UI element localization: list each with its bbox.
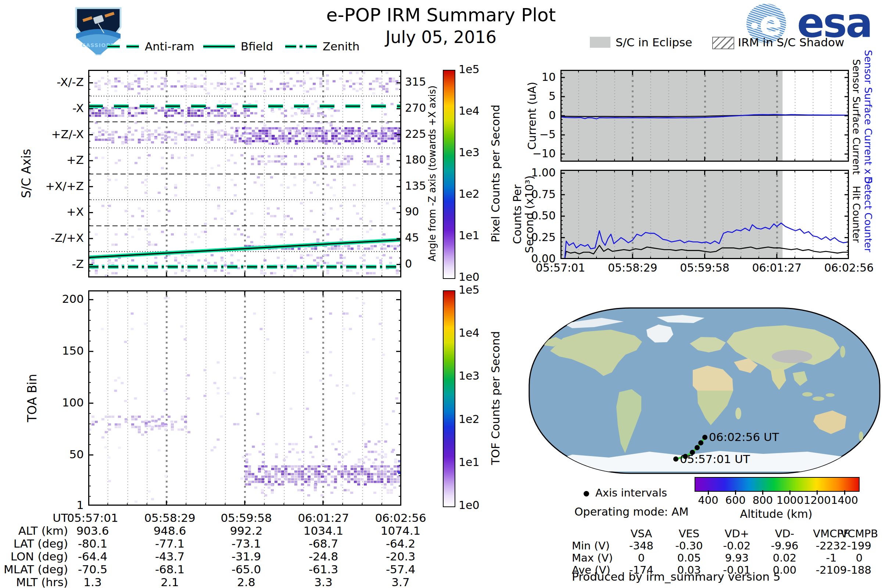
voltage-cell: 0 [619,552,663,564]
eclipse-legend-label: S/C in Eclipse [616,36,692,48]
current-tick-label: 10 [512,71,556,83]
altitude-colorbar-label: Altitude (km) [740,508,813,520]
ephemeris-cell: 1074.1 [364,524,437,537]
current-tick-label: −5 [512,128,556,140]
voltage-cell: -348 [619,540,663,552]
ephemeris-cell: -20.3 [364,550,437,562]
sc-axis-band-label: +X/+Z [0,180,84,192]
pixel-colorbar-tick-label: 1e3 [459,146,480,158]
angle-axis-label: Angle from -Z axis (towards +X axis) [427,86,438,262]
attitude-legend-label: Bfield [241,40,273,53]
epop-irm-summary-plot: CASSIOPE e-POP IRM Summary Plot July 05,… [0,0,882,588]
irm-shadow-hatch-swatch [712,37,734,49]
toa-tick-label: 50 [0,448,84,460]
ephemeris-cell: 1.3 [56,576,129,588]
pixel-counts-colorbar-label: Pixel Counts per Second [489,104,502,242]
voltage-column-header: VD- [763,528,807,540]
voltage-cell: 9.93 [715,552,759,564]
current-tick-label: 5 [512,90,556,102]
angle-tick-label: 180 [405,154,426,166]
time-tick-label: 06:01:27 [740,262,814,274]
voltage-cell: 0.05 [667,552,711,564]
angle-tick-label: 90 [405,206,419,218]
voltage-row-label: Max (V) [572,552,613,564]
tof-colorbar-tick-label: 1e0 [459,499,480,511]
ephemeris-cell: 2.8 [210,576,283,588]
counts-tick-label: 0.25 [512,231,556,243]
tof-colorbar-tick-label: 1e3 [459,370,480,382]
counts-right-label-black: Hit Counter [851,186,862,243]
axis-interval-marker [698,440,704,446]
tof-colorbar-tick-label: 1e5 [459,284,480,296]
sc-axis-band-label: +X [0,206,84,218]
sc-axis-heatmap-canvas [88,70,401,278]
axis-interval-marker [673,456,678,462]
ephemeris-cell: 05:58:29 [133,512,207,524]
ephemeris-cell: 05:59:58 [210,512,283,524]
current-tick-label: 0 [512,109,556,121]
tof-counts-colorbar [443,290,455,507]
irm-shadow-legend-label: IRM in S/C Shadow [738,36,844,48]
pixel-colorbar-tick-label: 1e2 [459,188,480,200]
toa-tick-label: 200 [0,292,84,305]
ephemeris-cell: 3.7 [364,576,437,588]
ephemeris-cell: -80.1 [56,537,129,550]
current-right-label-blue: Sensor Surface Current x 5 [862,50,873,184]
sc-axis-band-label: -X [0,102,84,114]
eclipse-gray-swatch [590,37,610,48]
operating-mode-label: Operating mode: AM [574,506,689,518]
voltage-column-header: VSA [619,528,663,540]
axis-interval-dot-icon [584,491,589,496]
pixel-colorbar-tick-label: 1e4 [459,105,480,117]
pixel-colorbar-tick-label: 1e1 [459,230,480,242]
ephemeris-cell: 3.3 [286,576,360,588]
ephemeris-cell: 948.6 [133,524,207,537]
toa-tick-label: 150 [0,344,84,357]
axis-interval-marker [694,445,700,450]
attitude-legend-item: Anti-ram [107,40,194,53]
ephemeris-cell: -68.7 [286,537,360,550]
ephemeris-cell: -57.4 [364,563,437,576]
voltage-cell: 0 [837,552,881,564]
ephemeris-cell: 1034.1 [286,524,360,537]
counters-plot-canvas [560,170,849,259]
altitude-colorbar [694,477,860,492]
attitude-legend-item: Bfield [203,40,273,53]
toa-tick-label: 1 [0,499,84,511]
voltage-cell: -188 [837,564,881,576]
voltage-cell: -0.02 [715,540,759,552]
time-tick-label: 05:58:29 [596,262,669,274]
ephemeris-cell: 06:02:56 [364,512,437,524]
sensor-current-plot-canvas [560,70,849,162]
tof-colorbar-tick-label: 1e2 [459,413,480,425]
current-tick-label: −10 [512,147,556,159]
attitude-legend-label: Zenith [322,40,359,53]
angle-tick-label: 0 [405,258,412,270]
voltage-column-header: VES [667,528,711,540]
axis-intervals-label: Axis intervals [596,487,667,499]
sc-axis-band-label: -Z/+X [0,231,84,244]
voltage-column-header: VD+ [715,528,759,540]
ephemeris-cell: -68.1 [133,563,207,576]
voltage-column-header: VCMPB [837,528,881,540]
voltage-row-label: Min (V) [572,540,610,552]
pixel-counts-colorbar [443,70,455,279]
time-tick-label: 05:59:58 [668,262,742,274]
altitude-tick-label: 1400 [826,495,863,506]
counts-right-label-blue: Detect Counter [862,176,873,252]
angle-tick-label: 315 [405,76,426,88]
bfield-line-sample-icon [203,45,235,48]
attitude-legend-label: Anti-ram [145,40,194,53]
ephemeris-cell: 05:57:01 [56,512,129,524]
ephemeris-cell: -24.8 [286,550,360,562]
ephemeris-cell: 903.6 [56,524,129,537]
world-map: 06:02:56 UT 05:57:01 UT [528,307,881,474]
sc-axis-band-label: +Z [0,154,84,166]
time-tick-label: 05:57:01 [524,262,597,274]
toa-heatmap-canvas [88,290,401,506]
track-start-time-label: 05:57:01 UT [680,452,750,466]
ephemeris-cell: 992.2 [210,524,283,537]
voltage-cell: -199 [837,540,881,552]
counts-tick-label: 0.75 [512,188,556,200]
ephemeris-cell: -73.1 [210,537,283,550]
